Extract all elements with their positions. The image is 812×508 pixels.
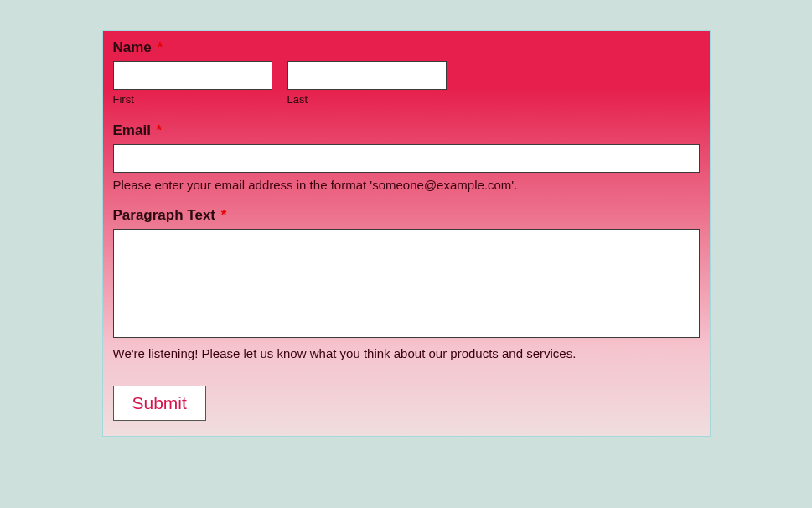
first-name-input[interactable] [113,61,272,90]
first-name-sublabel: First [113,93,272,106]
last-name-col: Last [287,61,447,106]
submit-button[interactable]: Submit [113,386,206,421]
paragraph-required-asterisk: * [221,207,227,223]
email-label: Email [113,122,151,138]
paragraph-label-row: Paragraph Text * [113,207,700,224]
email-required-asterisk: * [157,122,163,138]
paragraph-label: Paragraph Text [113,207,216,223]
name-inputs-row: First Last [113,61,700,106]
email-input[interactable] [113,144,700,173]
paragraph-textarea[interactable] [113,229,700,338]
last-name-input[interactable] [287,61,447,90]
email-field: Email * Please enter your email address … [113,122,700,192]
name-required-asterisk: * [158,39,163,55]
name-label-row: Name * [113,39,700,56]
email-help-text: Please enter your email address in the f… [113,178,700,192]
paragraph-help-text: We're listening! Please let us know what… [113,346,700,360]
last-name-sublabel: Last [287,93,447,106]
name-field: Name * First Last [113,39,700,106]
email-label-row: Email * [113,122,700,139]
name-label: Name [113,39,152,55]
form-panel: Name * First Last Email * Please enter y… [102,30,711,437]
first-name-col: First [113,61,272,106]
paragraph-field: Paragraph Text * We're listening! Please… [113,207,700,360]
